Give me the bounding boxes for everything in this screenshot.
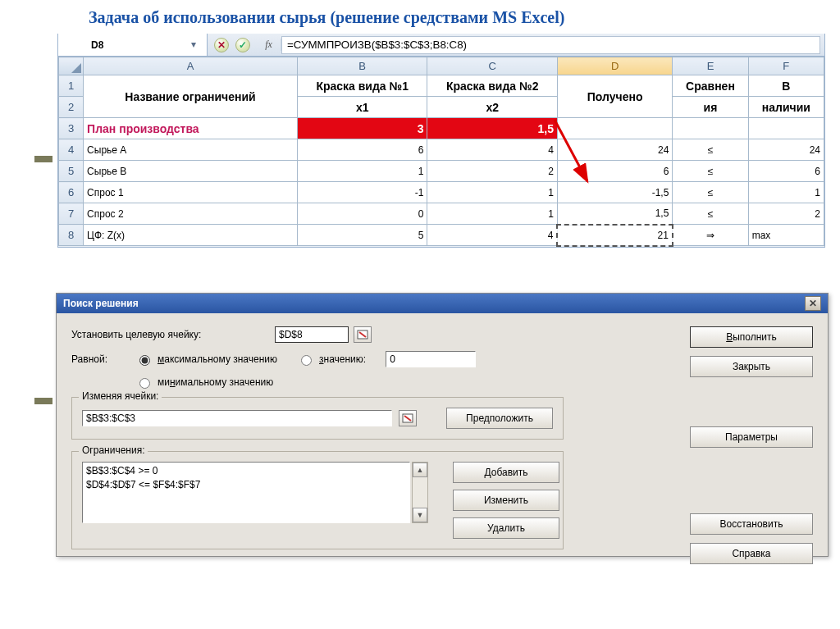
refedit-icon[interactable] — [354, 326, 372, 343]
change-button[interactable]: Изменить — [453, 490, 559, 511]
col-header-f[interactable]: F — [748, 57, 824, 75]
help-button[interactable]: Справка — [690, 543, 813, 564]
active-cell-d8[interactable]: 21 — [557, 225, 672, 246]
constraint-item[interactable]: $B$3:$C$4 >= 0 — [86, 464, 406, 478]
cell[interactable]: 6 — [748, 161, 824, 182]
cell[interactable]: Сырье В — [84, 161, 298, 182]
cell[interactable]: max — [748, 225, 824, 246]
cell[interactable]: 24 — [748, 139, 824, 161]
cell[interactable]: 5 — [297, 225, 427, 246]
cell[interactable]: 0 — [297, 203, 427, 225]
cell[interactable]: Сырье А — [84, 139, 298, 161]
scroll-down-icon[interactable]: ▼ — [413, 508, 427, 522]
cell[interactable]: Спрос 2 — [84, 203, 298, 225]
radio-min[interactable]: минимальному значению — [135, 376, 273, 389]
radio-max[interactable]: максимальному значению — [135, 353, 277, 366]
name-box[interactable] — [89, 39, 147, 52]
constraints-list[interactable]: $B$3:$C$4 >= 0 $D$4:$D$7 <= $F$4:$F$7 — [82, 462, 410, 523]
cell[interactable]: Сравнен — [673, 75, 748, 97]
col-header-e[interactable]: E — [673, 57, 748, 75]
cancel-icon[interactable]: ✕ — [214, 38, 229, 52]
cell[interactable]: 1 — [297, 161, 427, 182]
cell[interactable]: ≤ — [673, 161, 748, 182]
select-all-corner[interactable] — [59, 57, 84, 75]
cell[interactable]: наличии — [748, 97, 824, 118]
radio-value[interactable]: значению: — [297, 353, 366, 366]
cell[interactable]: ЦФ: Z(x) — [84, 225, 298, 246]
table-row[interactable]: 4 Сырье А 6 4 24 ≤ 24 — [59, 139, 824, 161]
cell[interactable]: Краска вида №1 — [297, 75, 427, 97]
col-header-c[interactable]: C — [427, 57, 558, 75]
cell[interactable]: ≤ — [673, 182, 748, 203]
row-header-7[interactable]: 7 — [59, 203, 84, 225]
row-header-6[interactable]: 6 — [59, 182, 84, 203]
delete-button[interactable]: Удалить — [453, 517, 559, 539]
cell[interactable]: -1,5 — [557, 182, 672, 203]
cell[interactable]: Название ограничений — [84, 75, 298, 118]
cell[interactable]: План производства — [84, 118, 298, 139]
row-header-3[interactable]: 3 — [59, 118, 84, 139]
refedit-icon[interactable] — [399, 410, 417, 426]
cell[interactable]: ия — [673, 97, 748, 118]
name-box-wrap[interactable]: ▾ — [58, 34, 208, 56]
cell[interactable]: 3 — [297, 118, 427, 139]
cell[interactable]: 1 — [427, 203, 558, 225]
cell[interactable]: 24 — [557, 139, 672, 161]
formula-bar-input[interactable] — [281, 36, 820, 54]
cell[interactable]: 4 — [427, 139, 558, 161]
guess-button[interactable]: Предположить — [446, 408, 553, 429]
row-header-1[interactable]: 1 — [59, 75, 84, 97]
cell[interactable]: 1,5 — [427, 118, 558, 139]
col-header-b[interactable]: B — [297, 57, 427, 75]
table-row[interactable]: 8 ЦФ: Z(x) 5 4 21 ⇒ max — [59, 225, 824, 246]
row-header-5[interactable]: 5 — [59, 161, 84, 182]
cell[interactable]: ⇒ — [673, 225, 748, 246]
row-header-8[interactable]: 8 — [59, 225, 84, 246]
cell[interactable]: Спрос 1 — [84, 182, 298, 203]
row-header-2[interactable]: 2 — [59, 97, 84, 118]
chevron-down-icon[interactable]: ▾ — [191, 39, 203, 51]
col-header-d[interactable]: D — [557, 57, 672, 75]
cell[interactable]: ≤ — [673, 139, 748, 161]
cell[interactable]: 1,5 — [557, 203, 672, 225]
cell[interactable]: Краска вида №2 — [427, 75, 558, 97]
cell[interactable]: 6 — [297, 139, 427, 161]
cell[interactable]: 2 — [748, 203, 824, 225]
scroll-up-icon[interactable]: ▲ — [413, 463, 427, 477]
cell[interactable]: -1 — [297, 182, 427, 203]
cell[interactable]: x1 — [297, 97, 427, 118]
cell[interactable]: x2 — [427, 97, 558, 118]
fx-icon[interactable]: fx — [257, 39, 281, 51]
table-row[interactable]: 5 Сырье В 1 2 6 ≤ 6 — [59, 161, 824, 182]
add-button[interactable]: Добавить — [453, 462, 559, 483]
cell[interactable]: В — [748, 75, 824, 97]
cell[interactable]: Получено — [557, 75, 672, 118]
target-cell-input[interactable] — [275, 326, 349, 343]
cell[interactable]: 4 — [427, 225, 558, 246]
close-button[interactable]: Закрыть — [690, 356, 813, 377]
options-button[interactable]: Параметры — [690, 426, 813, 448]
cell[interactable]: 1 — [427, 182, 558, 203]
table-row[interactable]: 6 Спрос 1 -1 1 -1,5 ≤ 1 — [59, 182, 824, 203]
cell[interactable]: 1 — [748, 182, 824, 203]
spreadsheet-grid[interactable]: A B C D E F 1 Название ограничений Краск… — [58, 57, 824, 247]
cell[interactable] — [748, 118, 824, 139]
cell[interactable] — [557, 118, 672, 139]
table-row[interactable]: 7 Спрос 2 0 1 1,5 ≤ 2 — [59, 203, 824, 225]
constraint-item[interactable]: $D$4:$D$7 <= $F$4:$F$7 — [86, 478, 406, 492]
table-row[interactable]: 3 План производства 3 1,5 — [59, 118, 824, 139]
reset-button[interactable]: Восстановить — [690, 513, 813, 535]
col-header-a[interactable]: A — [84, 57, 298, 75]
cell[interactable]: ≤ — [673, 203, 748, 225]
row-header-4[interactable]: 4 — [59, 139, 84, 161]
cell[interactable] — [673, 118, 748, 139]
cell[interactable]: 6 — [557, 161, 672, 182]
changing-cells-input[interactable] — [82, 410, 392, 426]
value-input[interactable] — [386, 351, 476, 367]
accept-icon[interactable]: ✓ — [235, 38, 250, 52]
scrollbar[interactable]: ▲ ▼ — [412, 462, 428, 523]
run-button[interactable]: Выполнить — [690, 326, 813, 348]
close-icon[interactable]: ✕ — [805, 296, 821, 311]
cell[interactable]: 2 — [427, 161, 558, 182]
dialog-titlebar[interactable]: Поиск решения ✕ — [57, 294, 828, 313]
